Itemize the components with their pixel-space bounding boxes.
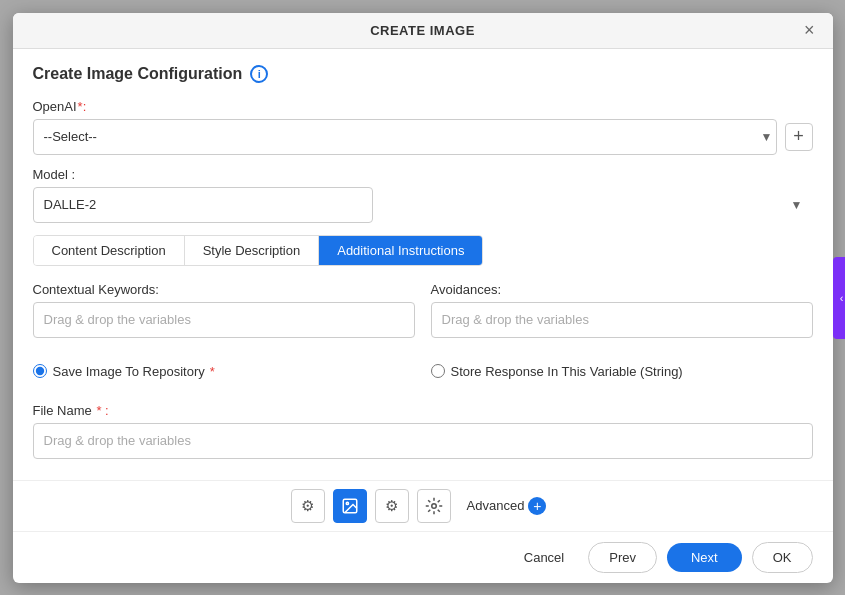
toolbar: ⚙ ⚙ Advanced + [13, 480, 833, 531]
advanced-plus-icon: + [528, 497, 546, 515]
info-icon[interactable]: i [250, 65, 268, 83]
tab-style-description[interactable]: Style Description [185, 236, 320, 265]
radio-row: Save Image To Repository * Store Respons… [33, 364, 813, 391]
save-image-label: Save Image To Repository * [53, 364, 215, 379]
save-image-radio-group: Save Image To Repository * [33, 364, 415, 379]
file-name-input[interactable] [33, 423, 813, 459]
create-image-icon[interactable] [333, 489, 367, 523]
tabs-container: Content Description Style Description Ad… [33, 235, 484, 266]
openai-field-group: OpenAI*: --Select-- ▼ + [33, 99, 813, 155]
keywords-avoidances-row: Contextual Keywords: Avoidances: [33, 282, 813, 350]
openai-select-wrapper: --Select-- ▼ + [33, 119, 813, 155]
contextual-keywords-label: Contextual Keywords: [33, 282, 415, 297]
settings-icon-2[interactable]: ⚙ [375, 489, 409, 523]
tab-additional-instructions[interactable]: Additional Instructions [319, 236, 482, 265]
modal-header: CREATE IMAGE × [13, 13, 833, 49]
app-data-sidebar[interactable]: ‹ App Data [833, 256, 846, 338]
file-name-label: File Name * : [33, 403, 813, 418]
model-select[interactable]: DALLE-2 [33, 187, 373, 223]
section-title: Create Image Configuration i [33, 65, 813, 83]
close-button[interactable]: × [798, 19, 821, 41]
settings-icon-1[interactable]: ⚙ [291, 489, 325, 523]
modal-title: CREATE IMAGE [370, 23, 475, 38]
avoidances-label: Avoidances: [431, 282, 813, 297]
store-response-label: Store Response In This Variable (String) [451, 364, 683, 379]
tab-content-description[interactable]: Content Description [34, 236, 185, 265]
contextual-keywords-input[interactable] [33, 302, 415, 338]
footer-actions: Cancel Prev Next OK [13, 531, 833, 583]
svg-point-2 [431, 503, 436, 508]
model-select-wrapper: DALLE-2 ▼ [33, 187, 813, 223]
save-image-radio[interactable] [33, 364, 47, 378]
model-dropdown-arrow: ▼ [791, 198, 803, 212]
openai-label: OpenAI*: [33, 99, 813, 114]
store-response-radio[interactable] [431, 364, 445, 378]
svg-point-1 [346, 502, 348, 504]
modal-body: Create Image Configuration i OpenAI*: --… [13, 49, 833, 480]
openai-select[interactable]: --Select-- [33, 119, 777, 155]
create-image-modal: CREATE IMAGE × Create Image Configuratio… [13, 13, 833, 583]
model-field-group: Model : DALLE-2 ▼ [33, 167, 813, 223]
app-data-chevron[interactable]: ‹ [833, 256, 846, 338]
avoidances-input[interactable] [431, 302, 813, 338]
cancel-button[interactable]: Cancel [510, 543, 578, 572]
settings-icon-3[interactable] [417, 489, 451, 523]
advanced-button[interactable]: Advanced + [459, 493, 555, 519]
contextual-keywords-group: Contextual Keywords: [33, 282, 415, 338]
next-button[interactable]: Next [667, 543, 742, 572]
store-response-radio-group: Store Response In This Variable (String) [431, 364, 813, 379]
file-name-group: File Name * : [33, 403, 813, 459]
avoidances-group: Avoidances: [431, 282, 813, 338]
prev-button[interactable]: Prev [588, 542, 657, 573]
model-label: Model : [33, 167, 813, 182]
openai-add-button[interactable]: + [785, 123, 813, 151]
ok-button[interactable]: OK [752, 542, 813, 573]
